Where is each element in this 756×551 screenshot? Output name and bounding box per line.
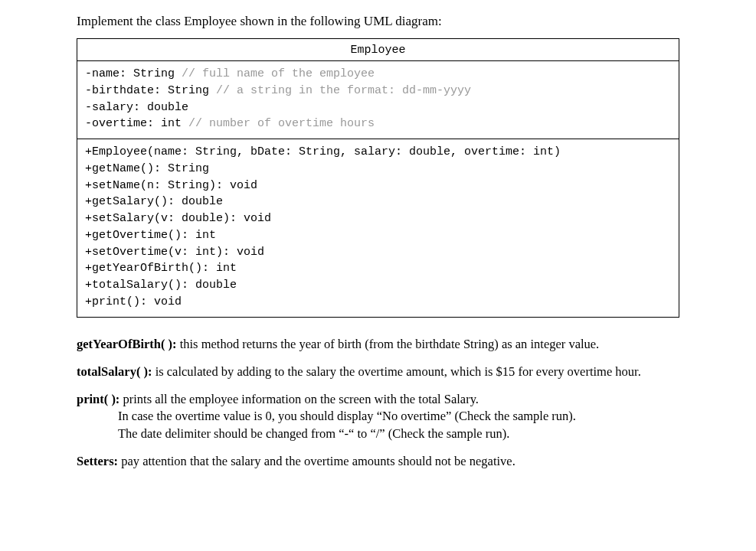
uml-attribute: -birthdate: String // a string in the fo… [85,83,671,99]
intro-text: Implement the class Employee shown in th… [77,14,679,29]
uml-method: +Employee(name: String, bDate: String, s… [85,144,671,161]
description-setters: Setters: pay attention that the salary a… [77,453,679,470]
uml-method: +getName(): String [85,161,671,178]
uml-method: +getYearOfBirth(): int [85,260,671,277]
method-name: totalSalary( ): [77,364,152,379]
method-text-line: The date delimiter should be changed fro… [118,426,509,441]
uml-attribute: -overtime: int // number of overtime hou… [85,116,671,132]
uml-attribute: -salary: double [85,99,671,116]
description-totalsalary: totalSalary( ): is calculated by adding … [77,364,679,380]
uml-method: +totalSalary(): double [85,277,671,294]
method-name: Setters: [77,454,118,468]
uml-method: +getOvertime(): int [85,227,671,244]
description-print: print( ): prints all the employee inform… [77,391,679,442]
uml-method: +setOvertime(v: int): void [85,244,671,261]
uml-method: +print(): void [85,294,671,311]
uml-attribute: -name: String // full name of the employ… [85,66,671,83]
uml-methods: +Employee(name: String, bDate: String, s… [77,139,679,317]
method-text: this method returns the year of birth (f… [177,337,600,351]
uml-method: +setName(n: String): void [85,178,671,194]
method-text: is calculated by adding to the salary th… [152,364,641,379]
uml-method: +setSalary(v: double): void [85,210,671,227]
method-text: prints all the employee information on t… [119,392,479,406]
method-text: pay attention that the salary and the ov… [118,454,515,468]
uml-method: +getSalary(): double [85,194,671,210]
uml-attributes: -name: String // full name of the employ… [77,61,679,139]
uml-diagram: Employee -name: String // full name of t… [77,38,679,318]
description-getyearofbirth: getYearOfBirth( ): this method returns t… [77,336,679,353]
method-text-line: In case the overtime value is 0, you sho… [118,409,576,423]
page-container: Implement the class Employee shown in th… [0,0,756,551]
method-name: print( ): [77,392,119,406]
method-name: getYearOfBirth( ): [77,337,177,351]
uml-title: Employee [77,39,679,61]
